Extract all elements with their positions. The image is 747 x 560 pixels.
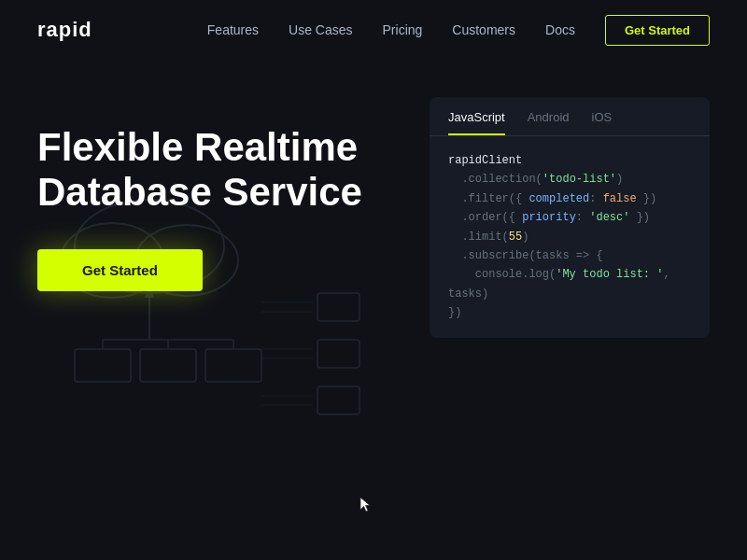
mouse-cursor — [359, 497, 373, 513]
nav-customers[interactable]: Customers — [452, 22, 515, 37]
code-line-4: .order({ priority: 'desc' }) — [448, 208, 691, 227]
code-tabs: JavaScript Android iOS — [430, 97, 710, 136]
logo: rapid — [37, 18, 92, 42]
tab-android[interactable]: Android — [528, 110, 570, 135]
svg-rect-6 — [140, 349, 196, 382]
svg-rect-7 — [205, 349, 261, 382]
code-body: rapidClient .collection('todo-list') .fi… — [430, 136, 710, 338]
code-line-3: .filter({ completed: false }) — [448, 189, 691, 208]
navbar: rapid Features Use Cases Pricing Custome… — [0, 0, 747, 60]
svg-rect-14 — [317, 386, 359, 414]
svg-rect-12 — [317, 293, 359, 321]
nav-use-cases[interactable]: Use Cases — [289, 22, 352, 37]
code-line-5: .limit(55) — [448, 228, 691, 246]
nav-links: Features Use Cases Pricing Customers Doc… — [207, 15, 710, 46]
hero-section: Flexible Realtime Database Service Get S… — [0, 60, 747, 560]
hero-content: Flexible Realtime Database Service Get S… — [37, 88, 430, 291]
nav-docs[interactable]: Docs — [545, 22, 575, 37]
code-line-2: .collection('todo-list') — [448, 170, 691, 189]
code-line-7: console.log('My todo list: ', tasks) — [448, 265, 691, 303]
code-panel: JavaScript Android iOS rapidClient .coll… — [430, 97, 710, 338]
tab-ios[interactable]: iOS — [592, 110, 613, 135]
hero-title: Flexible Realtime Database Service — [37, 125, 430, 216]
hero-get-started-button[interactable]: Get Started — [37, 249, 203, 291]
code-line-6: .subscribe(tasks => { — [448, 246, 691, 265]
code-line-8: }) — [448, 303, 691, 322]
svg-rect-13 — [317, 340, 359, 368]
nav-features[interactable]: Features — [207, 22, 259, 37]
tab-javascript[interactable]: JavaScript — [448, 110, 505, 135]
nav-get-started-button[interactable]: Get Started — [605, 15, 710, 46]
code-line-1: rapidClient — [448, 151, 691, 170]
svg-rect-5 — [75, 349, 131, 382]
nav-pricing[interactable]: Pricing — [383, 22, 423, 37]
